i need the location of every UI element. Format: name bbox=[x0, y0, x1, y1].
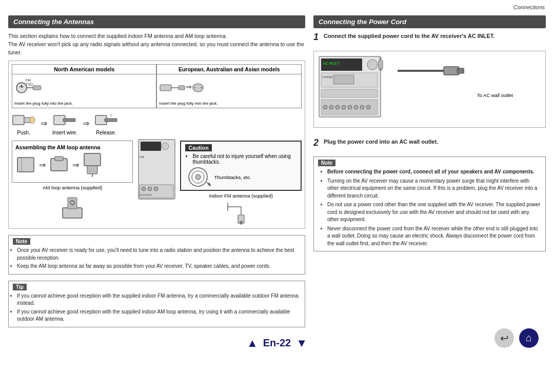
am-loop-image bbox=[12, 192, 133, 221]
col1-body: FM TSD Insert the plug fu bbox=[12, 74, 156, 108]
svg-rect-22 bbox=[17, 158, 34, 172]
svg-rect-25 bbox=[55, 156, 63, 161]
svg-rect-67 bbox=[379, 61, 383, 69]
release-item: ↑ Release. bbox=[94, 111, 118, 135]
next-arrow[interactable]: ▼ bbox=[296, 337, 307, 350]
step-2-text: Plug the power cord into an AC wall outl… bbox=[324, 138, 438, 146]
caution-area: Caution Be careful not to injure yoursel… bbox=[180, 139, 301, 225]
col2-header: European, Australian and Asian models bbox=[156, 65, 301, 74]
svg-point-16 bbox=[30, 116, 35, 124]
svg-rect-14 bbox=[13, 115, 24, 125]
right-note-item-1: Before connecting the power cord, connec… bbox=[327, 168, 541, 176]
power-diagram: AC INLET CASSETTE bbox=[313, 51, 546, 128]
step-2: 2 Plug the power cord into an AC wall ou… bbox=[313, 138, 546, 147]
am-step3-svg bbox=[82, 152, 103, 177]
svg-point-66 bbox=[366, 105, 370, 109]
right-note-box: Note Before connecting the power cord, c… bbox=[313, 156, 546, 251]
home-button[interactable]: ⌂ bbox=[519, 328, 539, 348]
am-step1-svg bbox=[15, 154, 36, 175]
prev-arrow[interactable]: ▲ bbox=[247, 337, 258, 350]
svg-point-53 bbox=[367, 60, 378, 70]
receiver-box-svg: FM ANTENNA bbox=[137, 139, 176, 200]
indoor-fm-caption: Indoor FM antenna (supplied) bbox=[180, 193, 301, 199]
intro-text: This section explains how to connect the… bbox=[8, 32, 305, 56]
main-content: Connecting the Antennas This section exp… bbox=[0, 0, 554, 332]
am-loop-area: Assembling the AM loop antenna ⇒ bbox=[12, 139, 133, 221]
svg-rect-39 bbox=[154, 187, 158, 191]
connections-label: Connections bbox=[513, 4, 545, 10]
step-1: 1 Connect the supplied power cord to the… bbox=[313, 32, 546, 42]
svg-rect-7 bbox=[160, 85, 171, 91]
svg-marker-44 bbox=[208, 182, 211, 186]
caution-box: Caution Be careful not to injure yoursel… bbox=[180, 141, 301, 191]
svg-point-64 bbox=[354, 105, 358, 109]
am-loop-base-svg bbox=[58, 192, 87, 221]
thumbtacks-svg bbox=[185, 167, 211, 187]
push-svg bbox=[12, 111, 35, 129]
insert-item: Insert wire. bbox=[52, 111, 77, 135]
release-label: Release. bbox=[96, 130, 116, 135]
insert-label: Insert wire. bbox=[52, 130, 77, 135]
svg-point-43 bbox=[195, 174, 201, 180]
back-button[interactable]: ↩ bbox=[494, 328, 514, 348]
right-note-list: Before connecting the power cord, connec… bbox=[318, 168, 541, 247]
svg-rect-18 bbox=[63, 119, 75, 122]
bottom-bar: ▲ En-22 ▼ ↩ ⌂ bbox=[0, 332, 554, 354]
insert-svg bbox=[53, 111, 76, 129]
svg-text:TSD: TSD bbox=[26, 83, 33, 86]
svg-rect-49 bbox=[240, 221, 242, 224]
fm-plug-svg-na: FM TSD bbox=[14, 76, 42, 99]
left-column: Connecting the Antennas This section exp… bbox=[8, 15, 305, 327]
am-loop-caption: AM loop antenna (supplied) bbox=[12, 185, 133, 190]
svg-text:IN: IN bbox=[379, 68, 382, 71]
right-note-item-2: Turning on the AV receiver may cause a m… bbox=[327, 178, 541, 200]
thumbtacks-diagram: Thumbtacks, etc. bbox=[185, 167, 296, 187]
power-cord-svg bbox=[398, 61, 464, 81]
note-title: Note bbox=[13, 238, 30, 245]
note-list: Once your AV receiver is ready for use, … bbox=[13, 247, 301, 270]
am-arrow-1: ⇒ bbox=[39, 160, 46, 170]
indoor-fm-image bbox=[180, 200, 301, 225]
svg-rect-20 bbox=[105, 119, 117, 122]
svg-rect-9 bbox=[179, 86, 185, 90]
col2-caption: Insert the plug fully into the jack. bbox=[159, 101, 217, 106]
svg-point-65 bbox=[360, 105, 364, 109]
col1-caption: Insert the plug fully into the jack. bbox=[14, 101, 73, 106]
note-item-1: Once your AV receiver is ready for use, … bbox=[17, 247, 301, 262]
svg-point-59 bbox=[323, 105, 327, 109]
fm-diagram-eu: ⇒ bbox=[159, 76, 205, 99]
am-loop-diagram: ⇒ ⇒ bbox=[15, 152, 129, 177]
svg-point-34 bbox=[162, 143, 169, 150]
svg-rect-27 bbox=[87, 166, 97, 174]
svg-rect-30 bbox=[68, 198, 77, 209]
svg-rect-57 bbox=[321, 89, 378, 97]
tip-title: Tip bbox=[13, 284, 27, 290]
receiver-svg: AC INLET CASSETTE bbox=[318, 55, 400, 122]
am-arrow-2: ⇒ bbox=[72, 160, 79, 170]
push-label: Push. bbox=[17, 130, 30, 135]
bottom-nav-icons: ↩ ⌂ bbox=[494, 328, 539, 348]
am-loop-section: Assembling the AM loop antenna ⇒ bbox=[12, 141, 133, 183]
svg-rect-38 bbox=[148, 187, 152, 191]
svg-rect-56 bbox=[333, 75, 354, 84]
col1-header: North American models bbox=[12, 65, 156, 74]
release-svg: ↑ bbox=[94, 111, 118, 129]
right-note-item-4: Never disconnect the power cord from the… bbox=[327, 225, 541, 248]
svg-text:ANTENNA: ANTENNA bbox=[140, 193, 152, 197]
svg-point-63 bbox=[348, 105, 352, 109]
svg-point-60 bbox=[329, 105, 333, 109]
svg-text:AC INLET: AC INLET bbox=[323, 62, 340, 65]
am-loop-title: Assembling the AM loop antenna bbox=[15, 144, 129, 150]
note-item-2: Keep the AM loop antenna as far away as … bbox=[17, 263, 301, 270]
indoor-fm-svg bbox=[226, 200, 256, 225]
fm-plug-svg-eu: ⇒ bbox=[159, 76, 205, 99]
svg-text:AC: AC bbox=[379, 57, 382, 60]
page-number-label: ▲ En-22 ▼ bbox=[247, 337, 307, 350]
tip-item-2: If you cannot achieve good reception wit… bbox=[17, 308, 301, 323]
arrow-2: ⇒ bbox=[83, 119, 89, 128]
push-insert-release-row: Push. ⇒ Insert wire. ⇒ bbox=[12, 111, 302, 135]
intro-line-1: This section explains how to connect the… bbox=[8, 32, 305, 41]
svg-text:↑: ↑ bbox=[110, 112, 112, 118]
fm-diagram-na: FM TSD bbox=[14, 76, 42, 99]
ac-wall-label: To AC wall outlet bbox=[477, 92, 513, 98]
